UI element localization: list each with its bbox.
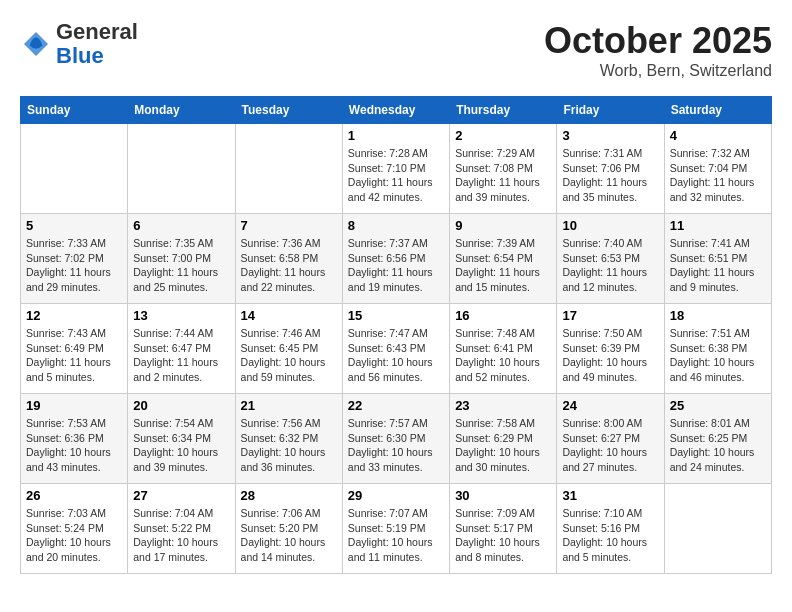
day-info: Sunrise: 8:01 AMSunset: 6:25 PMDaylight:… — [670, 416, 766, 475]
day-info: Sunrise: 7:39 AMSunset: 6:54 PMDaylight:… — [455, 236, 551, 295]
day-info: Sunrise: 7:41 AMSunset: 6:51 PMDaylight:… — [670, 236, 766, 295]
calendar-week-row: 26Sunrise: 7:03 AMSunset: 5:24 PMDayligh… — [21, 484, 772, 574]
day-info: Sunrise: 7:35 AMSunset: 7:00 PMDaylight:… — [133, 236, 229, 295]
calendar-cell: 11Sunrise: 7:41 AMSunset: 6:51 PMDayligh… — [664, 214, 771, 304]
day-number: 16 — [455, 308, 551, 323]
calendar-cell — [235, 124, 342, 214]
day-info: Sunrise: 7:31 AMSunset: 7:06 PMDaylight:… — [562, 146, 658, 205]
calendar-cell: 31Sunrise: 7:10 AMSunset: 5:16 PMDayligh… — [557, 484, 664, 574]
weekday-header-row: SundayMondayTuesdayWednesdayThursdayFrid… — [21, 97, 772, 124]
day-number: 5 — [26, 218, 122, 233]
day-info: Sunrise: 7:33 AMSunset: 7:02 PMDaylight:… — [26, 236, 122, 295]
calendar-cell: 28Sunrise: 7:06 AMSunset: 5:20 PMDayligh… — [235, 484, 342, 574]
calendar-cell: 21Sunrise: 7:56 AMSunset: 6:32 PMDayligh… — [235, 394, 342, 484]
weekday-header: Friday — [557, 97, 664, 124]
day-info: Sunrise: 7:47 AMSunset: 6:43 PMDaylight:… — [348, 326, 444, 385]
day-number: 1 — [348, 128, 444, 143]
day-number: 17 — [562, 308, 658, 323]
day-number: 24 — [562, 398, 658, 413]
day-info: Sunrise: 7:43 AMSunset: 6:49 PMDaylight:… — [26, 326, 122, 385]
day-info: Sunrise: 7:10 AMSunset: 5:16 PMDaylight:… — [562, 506, 658, 565]
title-block: October 2025 Worb, Bern, Switzerland — [544, 20, 772, 80]
location: Worb, Bern, Switzerland — [544, 62, 772, 80]
day-info: Sunrise: 7:04 AMSunset: 5:22 PMDaylight:… — [133, 506, 229, 565]
day-info: Sunrise: 7:37 AMSunset: 6:56 PMDaylight:… — [348, 236, 444, 295]
day-number: 8 — [348, 218, 444, 233]
calendar-cell: 10Sunrise: 7:40 AMSunset: 6:53 PMDayligh… — [557, 214, 664, 304]
day-number: 13 — [133, 308, 229, 323]
weekday-header: Sunday — [21, 97, 128, 124]
calendar-week-row: 1Sunrise: 7:28 AMSunset: 7:10 PMDaylight… — [21, 124, 772, 214]
calendar-cell: 5Sunrise: 7:33 AMSunset: 7:02 PMDaylight… — [21, 214, 128, 304]
day-info: Sunrise: 7:46 AMSunset: 6:45 PMDaylight:… — [241, 326, 337, 385]
day-number: 30 — [455, 488, 551, 503]
calendar-cell: 24Sunrise: 8:00 AMSunset: 6:27 PMDayligh… — [557, 394, 664, 484]
day-info: Sunrise: 7:54 AMSunset: 6:34 PMDaylight:… — [133, 416, 229, 475]
logo: General Blue — [20, 20, 138, 68]
calendar-cell: 13Sunrise: 7:44 AMSunset: 6:47 PMDayligh… — [128, 304, 235, 394]
calendar-week-row: 19Sunrise: 7:53 AMSunset: 6:36 PMDayligh… — [21, 394, 772, 484]
calendar-cell: 15Sunrise: 7:47 AMSunset: 6:43 PMDayligh… — [342, 304, 449, 394]
day-info: Sunrise: 7:58 AMSunset: 6:29 PMDaylight:… — [455, 416, 551, 475]
day-number: 2 — [455, 128, 551, 143]
day-info: Sunrise: 7:50 AMSunset: 6:39 PMDaylight:… — [562, 326, 658, 385]
calendar-cell: 4Sunrise: 7:32 AMSunset: 7:04 PMDaylight… — [664, 124, 771, 214]
calendar-cell: 9Sunrise: 7:39 AMSunset: 6:54 PMDaylight… — [450, 214, 557, 304]
day-info: Sunrise: 7:09 AMSunset: 5:17 PMDaylight:… — [455, 506, 551, 565]
day-number: 22 — [348, 398, 444, 413]
calendar-cell: 18Sunrise: 7:51 AMSunset: 6:38 PMDayligh… — [664, 304, 771, 394]
day-info: Sunrise: 7:48 AMSunset: 6:41 PMDaylight:… — [455, 326, 551, 385]
weekday-header: Wednesday — [342, 97, 449, 124]
day-info: Sunrise: 7:29 AMSunset: 7:08 PMDaylight:… — [455, 146, 551, 205]
weekday-header: Monday — [128, 97, 235, 124]
day-number: 20 — [133, 398, 229, 413]
day-info: Sunrise: 7:51 AMSunset: 6:38 PMDaylight:… — [670, 326, 766, 385]
calendar-cell — [664, 484, 771, 574]
calendar-week-row: 5Sunrise: 7:33 AMSunset: 7:02 PMDaylight… — [21, 214, 772, 304]
day-number: 6 — [133, 218, 229, 233]
day-number: 3 — [562, 128, 658, 143]
calendar-cell: 8Sunrise: 7:37 AMSunset: 6:56 PMDaylight… — [342, 214, 449, 304]
calendar-cell — [128, 124, 235, 214]
day-info: Sunrise: 7:28 AMSunset: 7:10 PMDaylight:… — [348, 146, 444, 205]
day-info: Sunrise: 7:36 AMSunset: 6:58 PMDaylight:… — [241, 236, 337, 295]
calendar-cell: 30Sunrise: 7:09 AMSunset: 5:17 PMDayligh… — [450, 484, 557, 574]
logo-icon — [20, 28, 52, 60]
day-info: Sunrise: 7:53 AMSunset: 6:36 PMDaylight:… — [26, 416, 122, 475]
logo-general: General — [56, 19, 138, 44]
weekday-header: Tuesday — [235, 97, 342, 124]
day-info: Sunrise: 7:44 AMSunset: 6:47 PMDaylight:… — [133, 326, 229, 385]
day-number: 23 — [455, 398, 551, 413]
calendar-cell: 23Sunrise: 7:58 AMSunset: 6:29 PMDayligh… — [450, 394, 557, 484]
weekday-header: Thursday — [450, 97, 557, 124]
calendar-table: SundayMondayTuesdayWednesdayThursdayFrid… — [20, 96, 772, 574]
day-number: 12 — [26, 308, 122, 323]
calendar-cell: 29Sunrise: 7:07 AMSunset: 5:19 PMDayligh… — [342, 484, 449, 574]
calendar-header: SundayMondayTuesdayWednesdayThursdayFrid… — [21, 97, 772, 124]
calendar-cell: 2Sunrise: 7:29 AMSunset: 7:08 PMDaylight… — [450, 124, 557, 214]
day-info: Sunrise: 8:00 AMSunset: 6:27 PMDaylight:… — [562, 416, 658, 475]
day-number: 25 — [670, 398, 766, 413]
day-info: Sunrise: 7:07 AMSunset: 5:19 PMDaylight:… — [348, 506, 444, 565]
calendar-cell: 26Sunrise: 7:03 AMSunset: 5:24 PMDayligh… — [21, 484, 128, 574]
calendar-cell: 17Sunrise: 7:50 AMSunset: 6:39 PMDayligh… — [557, 304, 664, 394]
day-info: Sunrise: 7:57 AMSunset: 6:30 PMDaylight:… — [348, 416, 444, 475]
day-info: Sunrise: 7:32 AMSunset: 7:04 PMDaylight:… — [670, 146, 766, 205]
calendar-cell: 27Sunrise: 7:04 AMSunset: 5:22 PMDayligh… — [128, 484, 235, 574]
logo-blue-text: Blue — [56, 43, 104, 68]
day-number: 26 — [26, 488, 122, 503]
day-number: 9 — [455, 218, 551, 233]
calendar-cell: 6Sunrise: 7:35 AMSunset: 7:00 PMDaylight… — [128, 214, 235, 304]
day-info: Sunrise: 7:56 AMSunset: 6:32 PMDaylight:… — [241, 416, 337, 475]
calendar-week-row: 12Sunrise: 7:43 AMSunset: 6:49 PMDayligh… — [21, 304, 772, 394]
calendar-cell: 7Sunrise: 7:36 AMSunset: 6:58 PMDaylight… — [235, 214, 342, 304]
month-title: October 2025 — [544, 20, 772, 62]
calendar-cell: 19Sunrise: 7:53 AMSunset: 6:36 PMDayligh… — [21, 394, 128, 484]
day-number: 7 — [241, 218, 337, 233]
calendar-cell: 20Sunrise: 7:54 AMSunset: 6:34 PMDayligh… — [128, 394, 235, 484]
day-info: Sunrise: 7:03 AMSunset: 5:24 PMDaylight:… — [26, 506, 122, 565]
calendar-cell — [21, 124, 128, 214]
day-number: 4 — [670, 128, 766, 143]
calendar-cell: 12Sunrise: 7:43 AMSunset: 6:49 PMDayligh… — [21, 304, 128, 394]
calendar-cell: 16Sunrise: 7:48 AMSunset: 6:41 PMDayligh… — [450, 304, 557, 394]
